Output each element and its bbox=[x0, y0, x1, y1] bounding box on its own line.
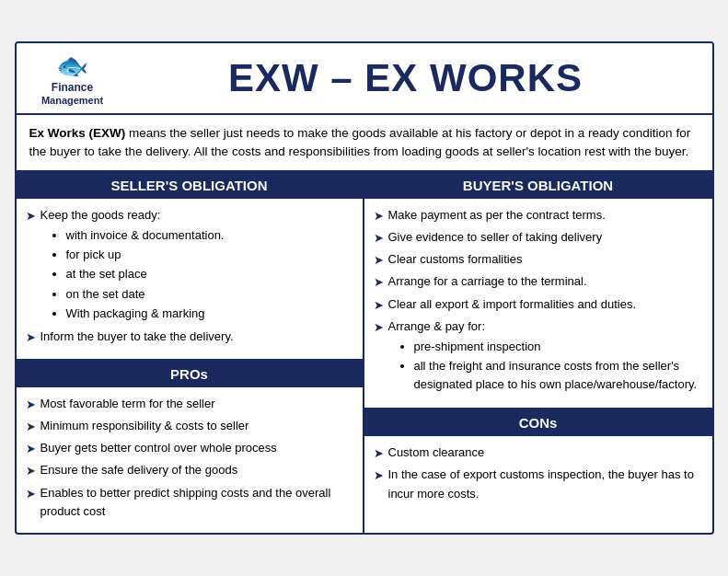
buyer-item-5: ➤ Clear all export & import formalities … bbox=[374, 295, 703, 315]
seller-item-1-bullets: with invoice & documentation. for pick u… bbox=[40, 226, 225, 323]
pros-text-1: Most favorable term for the seller bbox=[40, 395, 215, 413]
description-text: means the seller just needs to make the … bbox=[29, 126, 691, 158]
buyer-arrow-6: ➤ bbox=[374, 318, 384, 337]
buyer-arrow-5: ➤ bbox=[374, 296, 384, 315]
bullet-item: on the set date bbox=[66, 285, 225, 304]
cons-text-2: In the case of export customs inspection… bbox=[388, 466, 703, 502]
main-title: EXW – EX WORKS bbox=[114, 56, 698, 100]
two-col: SELLER'S OBLIGATION ➤ Keep the goods rea… bbox=[17, 172, 712, 533]
bullet-item: pre-shipment inspection bbox=[414, 338, 703, 356]
buyer-arrow-2: ➤ bbox=[374, 229, 384, 248]
buyer-item-6-content: Arrange & pay for: pre-shipment inspecti… bbox=[388, 317, 703, 397]
pros-text-5: Enables to better predict shipping costs… bbox=[40, 484, 353, 521]
buyer-item-3: ➤ Clear customs formalities bbox=[374, 250, 703, 270]
buyers-obligation-content: ➤ Make payment as per the contract terms… bbox=[364, 199, 712, 409]
logo-text-line2: Management bbox=[41, 95, 103, 106]
header: 🐟 Finance Management EXW – EX WORKS bbox=[17, 43, 712, 114]
logo-text-line1: Finance bbox=[52, 81, 93, 94]
cons-arrow-1: ➤ bbox=[374, 444, 384, 463]
pros-text-3: Buyer gets better control over whole pro… bbox=[40, 439, 277, 457]
pros-item-1: ➤ Most favorable term for the seller bbox=[26, 395, 353, 414]
buyer-arrow-3: ➤ bbox=[374, 251, 384, 270]
buyer-item-6-label: Arrange & pay for: bbox=[388, 319, 486, 333]
seller-item-1-text: Keep the goods ready: with invoice & doc… bbox=[40, 206, 225, 325]
arrow-icon-1: ➤ bbox=[26, 207, 36, 225]
pros-arrow-1: ➤ bbox=[26, 396, 36, 414]
bullet-item: at the set place bbox=[66, 265, 225, 283]
pros-item-3: ➤ Buyer gets better control over whole p… bbox=[26, 439, 353, 458]
buyer-item-6-bullets: pre-shipment inspection all the freight … bbox=[388, 338, 703, 394]
buyers-obligation-header: BUYER'S OBLIGATION bbox=[364, 172, 712, 199]
pros-item-2: ➤ Minimum responsibility & costs to sell… bbox=[26, 417, 353, 436]
pros-arrow-5: ➤ bbox=[26, 485, 36, 503]
seller-item-2-text: Inform the buyer to take the delivery. bbox=[40, 328, 234, 346]
right-col: BUYER'S OBLIGATION ➤ Make payment as per… bbox=[364, 172, 712, 533]
cons-arrow-2: ➤ bbox=[374, 467, 384, 485]
left-col: SELLER'S OBLIGATION ➤ Keep the goods rea… bbox=[17, 172, 364, 533]
buyer-text-4: Arrange for a carriage to the terminal. bbox=[388, 272, 587, 291]
description-bold: Ex Works (EXW) bbox=[29, 126, 126, 140]
buyer-item-4: ➤ Arrange for a carriage to the terminal… bbox=[374, 272, 703, 292]
pros-arrow-2: ➤ bbox=[26, 418, 36, 436]
buyer-item-1: ➤ Make payment as per the contract terms… bbox=[374, 206, 703, 225]
pros-header: PROs bbox=[17, 361, 363, 387]
buyer-text-3: Clear customs formalities bbox=[388, 250, 523, 269]
seller-item-1: ➤ Keep the goods ready: with invoice & d… bbox=[26, 206, 353, 325]
bullet-item: all the freight and insurance costs from… bbox=[414, 357, 703, 394]
logo-area: 🐟 Finance Management bbox=[31, 51, 114, 105]
cons-text-1: Custom clearance bbox=[388, 444, 485, 462]
buyer-item-6: ➤ Arrange & pay for: pre-shipment inspec… bbox=[374, 317, 703, 397]
arrow-icon-2: ➤ bbox=[26, 328, 36, 347]
cons-item-2: ➤ In the case of export customs inspecti… bbox=[374, 466, 703, 502]
cons-item-1: ➤ Custom clearance bbox=[374, 444, 703, 463]
seller-item-1-label: Keep the goods ready: bbox=[40, 208, 161, 222]
buyer-text-5: Clear all export & import formalities an… bbox=[388, 295, 637, 314]
cons-content: ➤ Custom clearance ➤ In the case of expo… bbox=[364, 436, 712, 533]
sellers-obligation-header: SELLER'S OBLIGATION bbox=[17, 172, 363, 199]
buyer-arrow-4: ➤ bbox=[374, 273, 384, 292]
sellers-obligation-content: ➤ Keep the goods ready: with invoice & d… bbox=[17, 199, 363, 361]
bullet-item: with invoice & documentation. bbox=[66, 226, 225, 245]
main-card: 🐟 Finance Management EXW – EX WORKS Ex W… bbox=[15, 41, 714, 535]
bullet-item: for pick up bbox=[66, 246, 225, 264]
pros-content: ➤ Most favorable term for the seller ➤ M… bbox=[17, 387, 363, 533]
buyer-arrow-1: ➤ bbox=[374, 207, 384, 225]
pros-arrow-4: ➤ bbox=[26, 462, 36, 480]
description: Ex Works (EXW) means the seller just nee… bbox=[17, 115, 712, 173]
pros-text-4: Ensure the safe delivery of the goods bbox=[40, 461, 238, 479]
seller-item-2: ➤ Inform the buyer to take the delivery. bbox=[26, 328, 353, 347]
pros-arrow-3: ➤ bbox=[26, 440, 36, 458]
buyer-text-2: Give evidence to seller of taking delive… bbox=[388, 228, 603, 247]
pros-text-2: Minimum responsibility & costs to seller bbox=[40, 417, 249, 435]
logo-icon: 🐟 bbox=[56, 51, 88, 81]
bullet-item: With packaging & marking bbox=[66, 305, 225, 323]
buyer-item-2: ➤ Give evidence to seller of taking deli… bbox=[374, 228, 703, 248]
pros-item-5: ➤ Enables to better predict shipping cos… bbox=[26, 484, 353, 521]
pros-item-4: ➤ Ensure the safe delivery of the goods bbox=[26, 461, 353, 480]
cons-header: CONs bbox=[364, 409, 712, 436]
buyer-text-1: Make payment as per the contract terms. bbox=[388, 206, 606, 225]
